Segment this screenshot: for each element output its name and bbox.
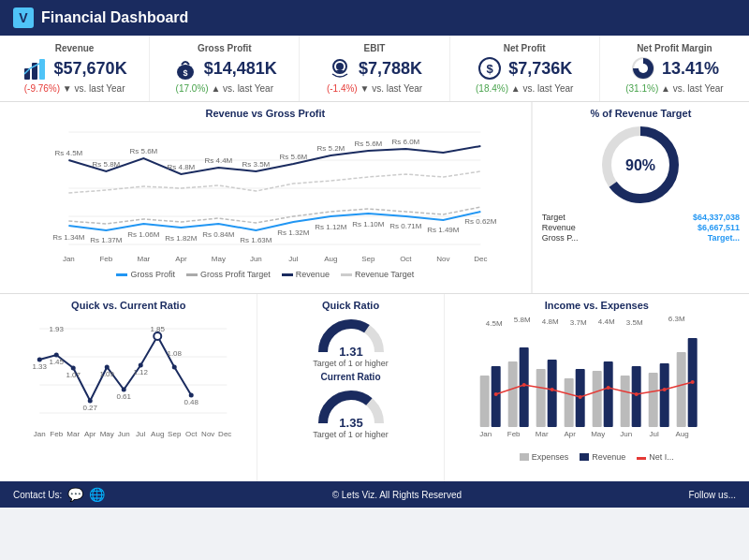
kpi-ebit-label: EBIT (309, 43, 439, 53)
svg-point-10 (639, 64, 648, 73)
quick-ratio-svg: 1.93 1.33 1.45 1.07 0.27 1.09 0.61 1.12 … (9, 315, 247, 450)
svg-text:1.93: 1.93 (49, 325, 64, 333)
footer-contact: Contact Us: 💬 🌐 (13, 487, 105, 502)
svg-text:Jul: Jul (288, 255, 298, 263)
svg-point-88 (172, 365, 177, 370)
svg-text:Rs 1.37M: Rs 1.37M (90, 236, 123, 244)
svg-point-121 (550, 388, 553, 391)
svg-text:Rs 5.2M: Rs 5.2M (316, 144, 345, 153)
svg-text:Rs 4.5M: Rs 4.5M (54, 149, 82, 157)
revenue-target-chart: % of Revenue Target 90% Target $64,337,0… (532, 102, 749, 293)
legend-expenses: Expenses (520, 452, 569, 462)
svg-point-122 (578, 395, 581, 399)
svg-text:3.5M: 3.5M (625, 318, 642, 327)
handshake-icon (327, 55, 353, 81)
revenue-vs-gross-profit-chart: Revenue vs Gross Profit Rs 4.5M Rs 5.8M … (0, 102, 532, 293)
footer: Contact Us: 💬 🌐 © Lets Viz. All Rights R… (0, 481, 749, 508)
current-ratio-donut: 1.35 (314, 386, 389, 428)
svg-text:1.45: 1.45 (49, 358, 64, 366)
svg-text:Dec: Dec (218, 430, 231, 438)
svg-text:1.35: 1.35 (339, 416, 362, 428)
svg-rect-108 (620, 376, 629, 427)
svg-text:May: May (591, 430, 605, 438)
svg-rect-106 (564, 378, 573, 427)
svg-rect-113 (547, 360, 556, 427)
revenue-chart-title: Revenue vs Gross Profit (9, 108, 521, 119)
svg-text:Rs 0.71M: Rs 0.71M (389, 222, 422, 230)
contact-label: Contact Us: (13, 490, 62, 500)
svg-text:Oct: Oct (400, 255, 412, 263)
kpi-gross-profit-label: Gross Profit (159, 43, 289, 53)
target-info: Target $64,337,038 Revenue $6,667,511 Gr… (542, 213, 740, 243)
web-icon[interactable]: 🌐 (89, 487, 105, 502)
svg-point-87 (154, 332, 161, 340)
svg-text:Mar: Mar (66, 430, 80, 438)
svg-point-81 (54, 353, 59, 358)
current-ratio-title: Current Ratio (267, 372, 433, 382)
svg-text:Aug: Aug (324, 255, 337, 263)
kpi-gross-profit-change: (17.0%) ▲ vs. last Year (159, 83, 289, 94)
kpi-ebit: EBIT $7,788K (-1.4%) ▼ vs. last Year (300, 36, 449, 101)
svg-text:Rs 0.84M: Rs 0.84M (202, 230, 235, 239)
svg-point-119 (493, 392, 497, 396)
kpi-net-profit: Net Profit $ $7,736K (18.4%) ▲ vs. last … (450, 36, 600, 101)
footer-follow: Follow us... (688, 490, 736, 500)
svg-text:Rs 4.8M: Rs 4.8M (167, 163, 195, 171)
whatsapp-icon[interactable]: 💬 (67, 487, 83, 502)
svg-text:4.8M: 4.8M (541, 317, 558, 326)
svg-text:Rs 0.62M: Rs 0.62M (464, 217, 497, 226)
svg-rect-117 (659, 363, 668, 427)
svg-text:Rs 1.34M: Rs 1.34M (52, 233, 85, 242)
svg-point-82 (71, 366, 76, 371)
svg-text:Rs 4.4M: Rs 4.4M (204, 156, 232, 165)
quick-ratio-donut: 1.31 (314, 315, 389, 357)
svg-text:Feb: Feb (50, 430, 63, 438)
svg-text:Rs 5.6M: Rs 5.6M (279, 153, 307, 161)
logo: V (13, 7, 34, 28)
svg-text:Jun: Jun (118, 430, 130, 438)
svg-text:5.8M: 5.8M (513, 316, 530, 324)
svg-text:Aug: Aug (675, 430, 688, 438)
svg-point-126 (690, 380, 694, 384)
svg-text:Rs 3.5M: Rs 3.5M (242, 160, 270, 169)
revenue-line-chart: Rs 4.5M Rs 5.8M Rs 5.6M Rs 4.8M Rs 4.4M … (9, 123, 521, 268)
kpi-gross-profit-value: $14,481K (204, 59, 277, 79)
income-expenses-title: Income vs. Expenses (454, 300, 740, 311)
svg-text:3.7M: 3.7M (569, 318, 586, 327)
svg-rect-115 (603, 361, 612, 427)
svg-text:Jun: Jun (250, 255, 262, 263)
svg-point-6 (336, 63, 344, 70)
svg-point-86 (139, 363, 143, 368)
svg-text:Jan: Jan (63, 255, 75, 263)
kpi-net-profit-margin-change: (31.1%) ▲ vs. last Year (609, 83, 740, 94)
svg-text:Rs 1.12M: Rs 1.12M (315, 223, 347, 231)
svg-text:$: $ (183, 68, 187, 78)
quick-ratio-line-chart: Quick vs. Current Ratio 1.93 1.33 1.45 1… (0, 294, 257, 481)
svg-text:Feb: Feb (507, 430, 520, 438)
pie-chart-icon (630, 55, 656, 81)
kpi-net-profit-label: Net Profit (460, 43, 590, 53)
svg-point-85 (122, 388, 126, 392)
svg-text:Mar: Mar (535, 430, 548, 438)
income-expenses-svg: 4.5M 5.8M 4.8M 3.7M 4.4M 3.5M 6.3M (454, 315, 740, 450)
legend-income-revenue: Revenue (580, 452, 625, 462)
svg-point-89 (189, 393, 194, 398)
svg-text:Sep: Sep (168, 430, 182, 438)
svg-text:Rs 1.82M: Rs 1.82M (165, 234, 198, 243)
svg-text:Jan: Jan (34, 430, 46, 438)
svg-text:1.09: 1.09 (99, 370, 114, 378)
svg-text:Apr: Apr (175, 255, 187, 263)
svg-text:Nov: Nov (436, 255, 449, 263)
svg-text:1.31: 1.31 (339, 345, 362, 357)
svg-text:Apr: Apr (564, 430, 576, 438)
svg-rect-104 (507, 361, 517, 427)
svg-text:Apr: Apr (84, 430, 96, 438)
svg-text:1.07: 1.07 (66, 371, 81, 379)
svg-rect-107 (592, 371, 601, 427)
kpi-net-profit-value: $7,736K (508, 59, 572, 79)
svg-text:0.27: 0.27 (82, 404, 97, 412)
kpi-net-profit-margin-value: 13.41% (662, 59, 719, 79)
svg-point-80 (37, 358, 42, 362)
svg-text:Rs 1.49M: Rs 1.49M (427, 226, 460, 234)
svg-text:Jul: Jul (649, 430, 658, 438)
